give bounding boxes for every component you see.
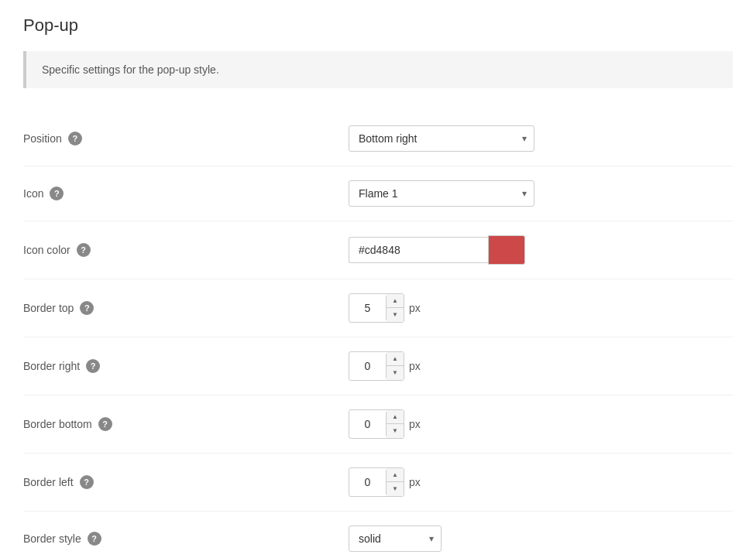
border-bottom-input[interactable] (349, 412, 387, 436)
border-style-label-area: Border style ? (23, 532, 349, 546)
border-style-label: Border style (23, 532, 81, 545)
icon-label-area: Icon ? (23, 187, 349, 200)
border-left-stepper-buttons: ▲ ▼ (387, 468, 404, 496)
border-left-decrement-button[interactable]: ▼ (387, 482, 404, 496)
border-bottom-stepper-buttons: ▲ ▼ (387, 410, 404, 438)
border-top-control: ▲ ▼ px (349, 293, 421, 323)
border-left-label-area: Border left ? (23, 475, 349, 489)
border-bottom-unit: px (409, 418, 421, 430)
border-right-control: ▲ ▼ px (349, 351, 421, 381)
border-top-input[interactable] (349, 296, 387, 320)
border-top-help-icon[interactable]: ? (80, 301, 94, 315)
position-select-wrapper: Bottom right Bottom left Top right Top l… (349, 125, 534, 152)
border-right-help-icon[interactable]: ? (86, 359, 100, 373)
border-bottom-row: Border bottom ? ▲ ▼ px (23, 395, 733, 454)
border-bottom-stepper: ▲ ▼ (349, 409, 404, 439)
border-bottom-label-area: Border bottom ? (23, 417, 349, 431)
border-right-increment-button[interactable]: ▲ (387, 352, 404, 366)
border-top-row: Border top ? ▲ ▼ px (23, 279, 733, 337)
border-bottom-decrement-button[interactable]: ▼ (387, 424, 404, 438)
border-right-input[interactable] (349, 354, 387, 378)
icon-color-control (349, 235, 525, 265)
border-top-stepper-buttons: ▲ ▼ (387, 294, 404, 322)
border-right-stepper: ▲ ▼ (349, 351, 404, 381)
page-title: Pop-up (23, 15, 733, 36)
border-left-control: ▲ ▼ px (349, 467, 421, 497)
position-label: Position (23, 132, 62, 145)
border-bottom-control: ▲ ▼ px (349, 409, 421, 439)
icon-color-label-area: Icon color ? (23, 243, 349, 257)
border-right-row: Border right ? ▲ ▼ px (23, 337, 733, 395)
border-top-label: Border top (23, 302, 74, 314)
border-style-select-wrapper: solid dashed dotted none ▾ (349, 525, 442, 552)
position-control: Bottom right Bottom left Top right Top l… (349, 125, 534, 152)
border-left-number-wrapper: ▲ ▼ px (349, 467, 421, 497)
border-top-decrement-button[interactable]: ▼ (387, 308, 404, 322)
position-label-area: Position ? (23, 132, 349, 145)
icon-row: Icon ? Flame 1 Flame 2 Chat Bell Star ▾ (23, 166, 733, 221)
border-bottom-help-icon[interactable]: ? (98, 417, 112, 431)
position-row: Position ? Bottom right Bottom left Top … (23, 111, 733, 166)
border-left-help-icon[interactable]: ? (80, 475, 94, 489)
border-top-unit: px (409, 302, 421, 314)
border-right-label: Border right (23, 360, 80, 372)
icon-color-text-input[interactable] (349, 237, 488, 263)
border-right-number-wrapper: ▲ ▼ px (349, 351, 421, 381)
icon-color-label: Icon color (23, 244, 70, 256)
border-right-stepper-buttons: ▲ ▼ (387, 352, 404, 380)
border-style-control: solid dashed dotted none ▾ (349, 525, 442, 552)
border-style-row: Border style ? solid dashed dotted none … (23, 512, 733, 558)
border-bottom-number-wrapper: ▲ ▼ px (349, 409, 421, 439)
border-left-row: Border left ? ▲ ▼ px (23, 454, 733, 512)
border-left-input[interactable] (349, 470, 387, 495)
icon-select-wrapper: Flame 1 Flame 2 Chat Bell Star ▾ (349, 180, 534, 207)
icon-color-help-icon[interactable]: ? (77, 243, 91, 257)
border-top-increment-button[interactable]: ▲ (387, 294, 404, 308)
icon-label: Icon (23, 187, 43, 200)
position-help-icon[interactable]: ? (68, 132, 82, 145)
icon-select[interactable]: Flame 1 Flame 2 Chat Bell Star (349, 180, 534, 207)
border-top-label-area: Border top ? (23, 301, 349, 315)
border-left-label: Border left (23, 476, 74, 488)
color-input-wrapper (349, 235, 525, 265)
icon-color-swatch[interactable] (488, 235, 525, 265)
border-top-number-wrapper: ▲ ▼ px (349, 293, 421, 323)
border-left-unit: px (409, 476, 421, 488)
border-right-decrement-button[interactable]: ▼ (387, 366, 404, 380)
border-style-select[interactable]: solid dashed dotted none (349, 525, 442, 552)
icon-color-row: Icon color ? (23, 221, 733, 279)
border-left-stepper: ▲ ▼ (349, 467, 404, 497)
info-banner: Specific settings for the pop-up style. (23, 51, 733, 88)
icon-control: Flame 1 Flame 2 Chat Bell Star ▾ (349, 180, 534, 207)
icon-help-icon[interactable]: ? (50, 187, 64, 200)
border-style-help-icon[interactable]: ? (88, 532, 101, 546)
border-bottom-label: Border bottom (23, 418, 92, 430)
border-bottom-increment-button[interactable]: ▲ (387, 410, 404, 424)
border-left-increment-button[interactable]: ▲ (387, 468, 404, 482)
position-select[interactable]: Bottom right Bottom left Top right Top l… (349, 125, 534, 152)
border-right-unit: px (409, 360, 421, 372)
border-top-stepper: ▲ ▼ (349, 293, 404, 323)
border-right-label-area: Border right ? (23, 359, 349, 373)
